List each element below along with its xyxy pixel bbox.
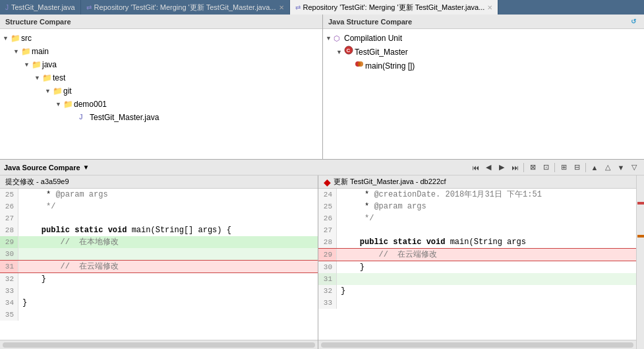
class-icon: C [344,46,355,58]
tree-item-test[interactable]: ▼ 📁 test [0,71,322,84]
left-code-header: 提交修改 - a3a59e9 [0,175,318,189]
folder-icon-git: 📁 [53,85,63,97]
left-line-35: 35 [0,309,318,321]
right-scroll-thumb[interactable] [321,342,633,348]
right-line-26: 26 */ [318,212,636,224]
title-bar: J TestGit_Master.java ⇄ Repository 'Test… [0,0,644,15]
expand-arrow-demo001[interactable]: ▼ [55,98,63,110]
java-file-icon-tree: J [79,111,90,123]
svg-point-3 [358,61,363,67]
left-line-27: 27 [0,212,318,224]
tree-item-compilation-unit[interactable]: ▼ ⬡ Compilation Unit [323,32,644,45]
method-icon [355,59,365,72]
tree-item-main[interactable]: ▼ 📁 main [0,45,322,58]
left-code-content[interactable]: 25 * @param args 26 */ 27 [0,189,318,340]
structure-compare-tree[interactable]: ▼ 📁 src ▼ 📁 main ▼ 📁 java [0,29,322,159]
sync-icon[interactable]: ↺ [628,16,639,27]
tree-item-demo001[interactable]: ▼ 📁 demo001 [0,98,322,111]
right-code-content[interactable]: 24 * @creationDate. 2018年1月31日 下午1:51 25… [318,189,636,340]
tree-item-src[interactable]: ▼ 📁 src [0,32,322,45]
tree-item-java[interactable]: ▼ 📁 java [0,58,322,71]
diff-scroll-indicator[interactable] [636,175,644,349]
left-line-34: 34 } [0,297,318,309]
left-line-32: 32 } [0,273,318,285]
btn-align-bottom[interactable]: ▽ [628,162,640,174]
left-line-29: 29 // 在本地修改 [0,236,318,248]
separator-3 [585,163,586,172]
btn-expand[interactable]: ⊞ [558,162,570,174]
btn-collapse[interactable]: ⊟ [571,162,583,174]
expand-arrow-main[interactable]: ▼ [13,46,21,57]
btn-copy-right[interactable]: ⊡ [540,162,552,174]
right-line-28: 28 public static void main(String args [318,236,636,248]
btn-first-diff[interactable]: ⏮ [469,162,481,174]
left-scroll-thumb[interactable] [3,342,315,348]
merge-icon-2: ⇄ [295,4,301,11]
right-code-pane: ◆ 更新 TestGit_Master.java - db222cf 24 * … [318,175,636,349]
expand-arrow-java[interactable]: ▼ [24,59,32,71]
folder-icon-test: 📁 [42,72,53,84]
diff-marker-1 [637,202,644,205]
tab-merge-2[interactable]: ⇄ Repository 'TestGit': Merging '更新 Test… [290,0,499,15]
dropdown-arrow[interactable]: ▼ [83,164,90,171]
btn-last-diff[interactable]: ⏭ [509,162,521,174]
tab-close-1[interactable]: ✕ [279,4,284,11]
svg-text:C: C [347,48,351,53]
left-line-28: 28 public static void main(String[] args… [0,224,318,236]
tab-close-2[interactable]: ✕ [487,4,492,11]
separator-2 [554,163,555,172]
expand-arrow-test[interactable]: ▼ [34,72,42,84]
pane-header-icons: ↺ [628,16,639,27]
main-content: Structure Compare ▼ 📁 src ▼ 📁 main [0,15,644,349]
folder-icon-main: 📁 [21,46,32,57]
right-line-30: 30 } [318,261,636,273]
expand-arrow-compilation[interactable]: ▼ [326,32,334,44]
expand-arrow-class[interactable]: ▼ [336,46,344,58]
btn-align-down[interactable]: ▼ [615,162,627,174]
diff-marker-2 [637,235,644,238]
expand-arrow-git[interactable]: ▼ [45,85,53,97]
java-structure-compare-pane: Java Structure Compare ↺ ▼ ⬡ Compilation… [323,15,644,159]
code-panels: 提交修改 - a3a59e9 25 * @param args 26 */ [0,175,644,349]
right-line-24: 24 * @creationDate. 2018年1月31日 下午1:51 [318,189,636,201]
tree-item-testgit-file[interactable]: J TestGit_Master.java [0,111,322,124]
btn-prev-diff[interactable]: ◀ [483,162,494,174]
tab-merge-1[interactable]: ⇄ Repository 'TestGit': Merging '更新 Test… [81,0,290,15]
left-line-33: 33 [0,285,318,297]
folder-icon-java: 📁 [32,59,42,71]
tab-testgit-java[interactable]: J TestGit_Master.java [0,0,81,15]
tree-item-class-testgit[interactable]: ▼ C TestGit_Master [323,45,644,59]
right-h-scroll[interactable] [318,340,636,349]
tree-item-main-method[interactable]: main(String []) [323,59,644,73]
structure-compare-header: Structure Compare [0,15,322,29]
right-line-25: 25 * @param args [318,201,636,212]
code-toolbar-left: Java Source Compare ▼ [4,164,89,172]
btn-next-diff[interactable]: ▶ [496,162,508,174]
right-line-27: 27 [318,224,636,236]
folder-icon-demo001: 📁 [63,98,74,110]
code-toolbar: Java Source Compare ▼ ⏮ ◀ ▶ ⏭ ⊠ ⊡ ⊞ ⊟ ▲ … [0,160,644,175]
right-line-32: 32 } [318,285,636,297]
left-code-pane: 提交修改 - a3a59e9 25 * @param args 26 */ [0,175,318,349]
bottom-panel: Java Source Compare ▼ ⏮ ◀ ▶ ⏭ ⊠ ⊡ ⊞ ⊟ ▲ … [0,160,644,349]
right-line-31: 31 [318,273,636,285]
right-code-header: ◆ 更新 TestGit_Master.java - db222cf [318,175,636,189]
right-line-29: 29 // 在云端修改 [318,248,636,261]
left-line-26: 26 */ [0,201,318,212]
java-file-icon: J [5,4,9,11]
expand-arrow-src[interactable]: ▼ [3,32,11,44]
btn-align-up[interactable]: △ [602,162,614,174]
java-structure-tree[interactable]: ▼ ⬡ Compilation Unit ▼ C TestGit_Master [323,29,644,159]
conflict-arrow-icon: ◆ [324,177,331,187]
btn-copy-left[interactable]: ⊠ [527,162,539,174]
separator-1 [523,163,524,172]
structure-compare-pane: Structure Compare ▼ 📁 src ▼ 📁 main [0,15,323,159]
left-h-scroll[interactable] [0,340,318,349]
tree-item-git[interactable]: ▼ 📁 git [0,84,322,98]
left-line-31: 31 // 在云端修改 [0,260,318,273]
left-line-30: 30 [0,248,318,260]
top-panel: Structure Compare ▼ 📁 src ▼ 📁 main [0,15,644,160]
btn-align-top[interactable]: ▲ [589,162,600,174]
merge-icon-1: ⇄ [86,4,92,11]
java-structure-header: Java Structure Compare ↺ [323,15,644,29]
